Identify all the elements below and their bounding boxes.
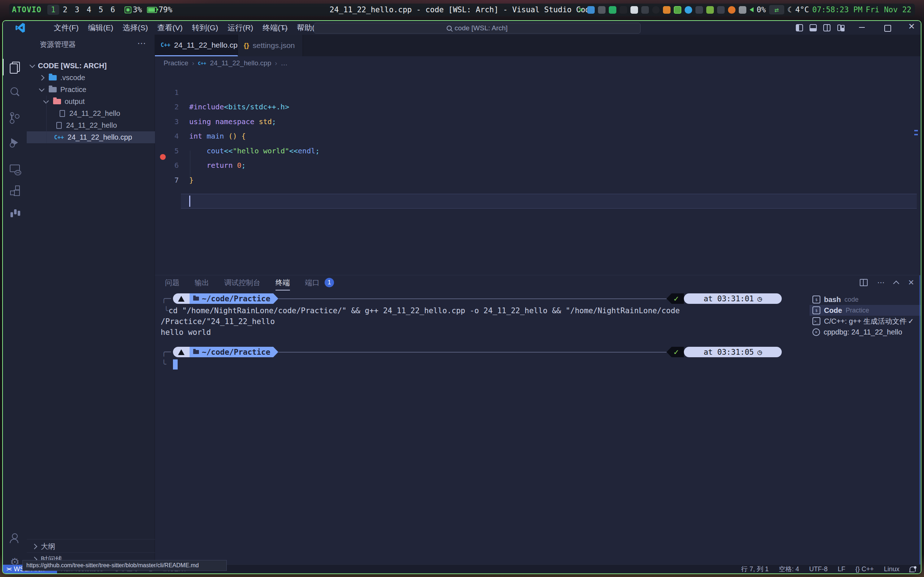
extensions-icon[interactable] bbox=[9, 186, 21, 198]
file-icon bbox=[60, 110, 65, 117]
tray-spiral-icon[interactable] bbox=[739, 6, 746, 14]
tray-waterdrop-icon[interactable] bbox=[630, 6, 638, 14]
remote-icon: >< bbox=[6, 566, 11, 572]
overview-ruler-mark bbox=[914, 134, 918, 135]
menu-file[interactable]: 文件(F) bbox=[49, 21, 83, 35]
split-terminal-icon[interactable] bbox=[860, 279, 867, 286]
language-item[interactable]: {} C++ bbox=[855, 566, 874, 573]
os-item[interactable]: Linux bbox=[884, 566, 900, 573]
eol-item[interactable]: LF bbox=[838, 566, 845, 573]
command-center-search[interactable]: code [WSL: Arch] bbox=[314, 23, 641, 34]
tray-terminal-icon[interactable] bbox=[695, 6, 703, 14]
active-view-indicator bbox=[3, 59, 3, 76]
tray-magnifier-icon[interactable] bbox=[728, 6, 735, 14]
tab-output[interactable]: 输出 bbox=[195, 278, 209, 288]
tray-expand-chevron[interactable]: > bbox=[578, 5, 583, 14]
cpp-file-icon: C++ bbox=[161, 42, 170, 48]
wm-bar-right: > 0% ⇄ ☾ 4°C 07:58:23 PM Fri Nov 22 bbox=[578, 3, 911, 16]
terminal-list: $ bash code $ Code Practice >_ C/C++: g+… bbox=[809, 291, 921, 567]
terminal-command-line-1: ╰cd "/home/NightRainLone/code/Practice/"… bbox=[164, 306, 680, 315]
notifications-bell-icon[interactable] bbox=[909, 567, 916, 572]
tray-shield-icon[interactable] bbox=[587, 6, 595, 14]
terminal-list-item-debugger[interactable]: ✕ cppdbg: 24_11_22_hello bbox=[809, 327, 921, 337]
toggle-sidebar-button[interactable] bbox=[796, 24, 803, 31]
run-debug-icon[interactable] bbox=[9, 137, 21, 148]
date: Fri Nov 22 bbox=[866, 5, 911, 14]
swap-indicator-icon[interactable]: ⇄ bbox=[769, 5, 784, 15]
chart-bars-icon[interactable] bbox=[9, 208, 21, 219]
prompt-path: ~/code/Practice bbox=[202, 348, 270, 356]
maximize-button[interactable] bbox=[884, 25, 891, 32]
tray-security-icon[interactable] bbox=[663, 6, 670, 14]
search-view-icon[interactable] bbox=[9, 86, 21, 98]
shell-cube-icon: $ bbox=[813, 306, 821, 314]
vscode-logo-icon bbox=[15, 23, 25, 33]
terminal-name: bash bbox=[824, 295, 841, 304]
tray-circle-icon[interactable] bbox=[685, 6, 692, 14]
tab-problems[interactable]: 问题 bbox=[165, 278, 179, 288]
breadcrumb-file[interactable]: 24_11_22_hello.cpp bbox=[210, 59, 271, 67]
menu-selection[interactable]: 选择(S) bbox=[118, 21, 153, 35]
code-editor[interactable]: 1 #include<bits/stdc++.h> 2 using namesp… bbox=[155, 70, 921, 272]
tab-hello-cpp[interactable]: C++ 24_11_22_hello.cpp ✕ bbox=[155, 35, 238, 56]
account-icon[interactable] bbox=[9, 533, 21, 544]
terminal-command-line-2: /Practice/"24_11_22_hello bbox=[161, 317, 275, 326]
text-cursor bbox=[189, 196, 190, 207]
tray-gpu-icon[interactable] bbox=[706, 6, 714, 14]
breadcrumb-practice[interactable]: Practice bbox=[163, 59, 189, 67]
tray-qq-icon[interactable] bbox=[620, 6, 627, 14]
vscode-folder-icon bbox=[49, 75, 57, 81]
menu-run[interactable]: 运行(R) bbox=[223, 21, 258, 35]
tab-ports[interactable]: 端口 bbox=[305, 278, 320, 288]
nav-forward-icon[interactable]: → bbox=[296, 23, 305, 32]
toggle-panel-button[interactable] bbox=[809, 24, 817, 31]
tree-item-label: 24_11_22_hello bbox=[69, 110, 120, 118]
tray-clock-icon[interactable] bbox=[652, 6, 660, 14]
minimize-button[interactable] bbox=[859, 27, 865, 28]
indentation-item[interactable]: 空格: 4 bbox=[779, 565, 799, 574]
menu-goto[interactable]: 转到(G) bbox=[187, 21, 223, 35]
encoding-item[interactable]: UTF-8 bbox=[809, 566, 828, 573]
tree-root-workspace[interactable]: CODE [WSL: ARCH] bbox=[27, 60, 155, 72]
terminal-list-item-build-task[interactable]: >_ C/C++: g++ 生成活动文件 ✓ bbox=[809, 316, 921, 327]
volume-icon[interactable] bbox=[750, 7, 754, 12]
indent-guide bbox=[46, 96, 47, 143]
source-control-icon[interactable] bbox=[9, 111, 21, 123]
close-panel-icon[interactable]: ✕ bbox=[908, 278, 914, 287]
tray-grid-icon[interactable] bbox=[674, 6, 682, 14]
maximize-panel-icon[interactable] bbox=[893, 280, 900, 287]
terminal-list-item-bash[interactable]: $ bash code bbox=[809, 294, 921, 305]
tab-settings-json[interactable]: {} settings.json bbox=[238, 35, 303, 56]
tree-item-practice-folder[interactable]: Practice bbox=[27, 84, 155, 96]
explorer-more-icon[interactable]: ⋯ bbox=[137, 38, 146, 48]
tab-terminal[interactable]: 终端 bbox=[276, 278, 290, 290]
tray-terminal2-icon[interactable] bbox=[717, 6, 725, 14]
tree-item-vscode-folder[interactable]: .vscode bbox=[27, 72, 155, 84]
remote-explorer-icon[interactable] bbox=[9, 163, 21, 175]
tray-bird-icon[interactable] bbox=[598, 6, 606, 14]
tray-app-icon[interactable] bbox=[641, 6, 649, 14]
panel-more-icon[interactable]: ⋯ bbox=[877, 278, 885, 287]
cpp-file-icon: C++ bbox=[54, 134, 64, 141]
breadcrumb-separator: › bbox=[192, 59, 194, 67]
tree-item-label: 24_11_22_hello bbox=[66, 121, 117, 129]
nav-back-icon[interactable]: ← bbox=[281, 23, 289, 32]
terminal-detail: Practice bbox=[846, 307, 869, 314]
tray-wechat-icon[interactable] bbox=[609, 6, 616, 14]
menu-view[interactable]: 查看(V) bbox=[153, 21, 187, 35]
breadcrumb-symbol[interactable]: … bbox=[281, 59, 288, 67]
toggle-secondary-sidebar-button[interactable] bbox=[823, 24, 830, 31]
outline-section-header[interactable]: 大纲 bbox=[27, 540, 155, 553]
link-tooltip: https://github.com/tree-sitter/tree-sitt… bbox=[23, 560, 227, 571]
panel-scrollbar[interactable] bbox=[919, 275, 921, 567]
terminal-list-item-code-selected[interactable]: $ Code Practice bbox=[809, 305, 921, 316]
customize-layout-button[interactable] bbox=[837, 24, 845, 31]
clock-icon: ◷ bbox=[758, 295, 762, 303]
tab-debug-console[interactable]: 调试控制台 bbox=[224, 278, 260, 288]
breadcrumb: Practice › C++ 24_11_22_hello.cpp › … bbox=[163, 56, 288, 70]
chevron-right-icon bbox=[32, 544, 37, 550]
folder-icon bbox=[193, 297, 199, 301]
close-button[interactable]: ✕ bbox=[908, 22, 915, 31]
menu-edit[interactable]: 编辑(E) bbox=[83, 21, 118, 35]
line-col-item[interactable]: 行 7, 列 1 bbox=[741, 565, 769, 574]
